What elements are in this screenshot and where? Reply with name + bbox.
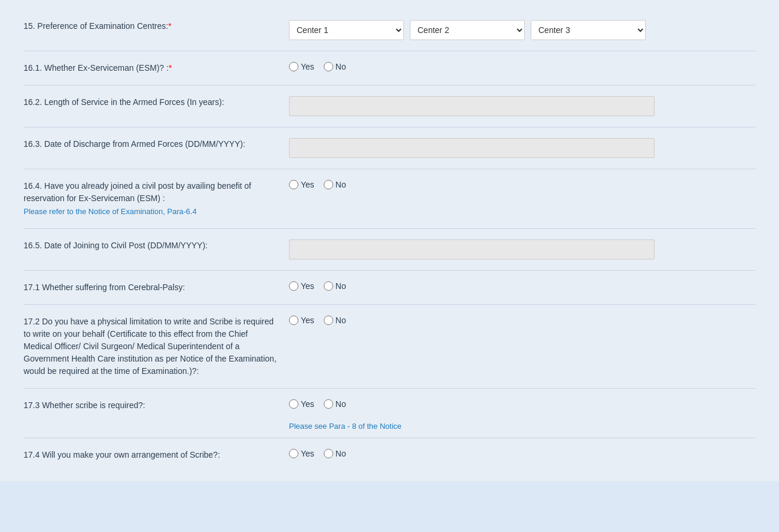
- q17-1-yes-radio[interactable]: [289, 281, 298, 291]
- para8-link-area: Please see Para - 8 of the Notice: [289, 421, 755, 431]
- q17-4-row: 17.4 Will you make your own arrangement …: [24, 441, 755, 469]
- q17-4-yes-radio[interactable]: [289, 449, 298, 458]
- q16-3-label: 16.3. Date of Discharge from Armed Force…: [24, 138, 289, 150]
- divider-9: [24, 438, 755, 438]
- q17-3-label-text: 17.3 Whether scribe is required?:: [24, 399, 277, 412]
- q17-4-no-text: No: [336, 449, 346, 458]
- q17-1-yes-label[interactable]: Yes: [289, 281, 314, 291]
- q16-5-label: 16.5. Date of Joining to Civil Post (DD/…: [24, 239, 289, 252]
- q16-1-required-star: *: [169, 63, 172, 73]
- q17-1-no-label[interactable]: No: [324, 281, 346, 291]
- q17-3-row: 17.3 Whether scribe is required?: Yes No: [24, 391, 755, 420]
- q16-4-label-text: 16.4. Have you already joined a civil po…: [24, 180, 277, 205]
- q17-1-control: Yes No: [289, 281, 755, 291]
- q17-1-label: 17.1 Whether suffering from Cerebral-Pal…: [24, 281, 289, 294]
- q17-2-row: 17.2 Do you have a physical limitation t…: [24, 307, 755, 386]
- q15-required-star: *: [168, 21, 171, 31]
- q16-3-row: 16.3. Date of Discharge from Armed Force…: [24, 130, 755, 166]
- q16-2-label: 16.2. Length of Service in the Armed For…: [24, 96, 289, 109]
- q15-control: Center 1 Center 2 Center 3: [289, 20, 755, 40]
- q17-2-no-text: No: [336, 316, 346, 325]
- q16-4-row: 16.4. Have you already joined a civil po…: [24, 172, 755, 226]
- q16-2-control: [289, 96, 755, 116]
- q16-5-label-text: 16.5. Date of Joining to Civil Post (DD/…: [24, 241, 208, 250]
- q17-2-label: 17.2 Do you have a physical limitation t…: [24, 316, 289, 377]
- q16-1-yes-radio[interactable]: [289, 62, 298, 71]
- divider-8: [24, 388, 755, 389]
- q17-2-yes-text: Yes: [301, 316, 314, 325]
- divider-5: [24, 228, 755, 229]
- q17-3-label: 17.3 Whether scribe is required?:: [24, 399, 289, 412]
- q15-center1-select[interactable]: Center 1: [289, 20, 404, 40]
- form-container: 15. Preference of Examination Centres:* …: [0, 0, 779, 481]
- q15-dropdown-group: Center 1 Center 2 Center 3: [289, 20, 646, 40]
- q17-2-control: Yes No: [289, 316, 755, 325]
- q16-5-control: [289, 239, 755, 260]
- q16-1-row: 16.1. Whether Ex-Serviceman (ESM)? :* Ye…: [24, 54, 755, 83]
- para8-link[interactable]: Please see Para - 8 of the Notice: [289, 422, 402, 431]
- q17-3-yes-radio[interactable]: [289, 399, 298, 409]
- q17-4-control: Yes No: [289, 449, 755, 458]
- q17-1-row: 17.1 Whether suffering from Cerebral-Pal…: [24, 273, 755, 302]
- q16-2-label-text: 16.2. Length of Service in the Armed For…: [24, 97, 224, 107]
- q16-1-no-text: No: [336, 62, 346, 71]
- divider-6: [24, 270, 755, 271]
- q17-3-yes-label[interactable]: Yes: [289, 399, 314, 409]
- q15-center3-select[interactable]: Center 3: [531, 20, 646, 40]
- q16-1-radio-group: Yes No: [289, 62, 346, 71]
- q17-4-label-text: 17.4 Will you make your own arrangement …: [24, 450, 220, 459]
- q17-3-no-text: No: [336, 399, 346, 409]
- q16-4-no-label[interactable]: No: [324, 180, 346, 189]
- q17-4-yes-label[interactable]: Yes: [289, 449, 314, 458]
- para8-row: Please see Para - 8 of the Notice: [24, 420, 755, 435]
- q17-3-yes-text: Yes: [301, 399, 314, 409]
- q17-2-label-text: 17.2 Do you have a physical limitation t…: [24, 317, 277, 376]
- q17-2-radio-group: Yes No: [289, 316, 346, 325]
- q15-label-text: 15. Preference of Examination Centres:: [24, 21, 168, 31]
- q17-3-radio-group: Yes No: [289, 399, 346, 409]
- divider-7: [24, 304, 755, 305]
- q17-2-yes-radio[interactable]: [289, 316, 298, 325]
- q17-3-no-radio[interactable]: [324, 399, 333, 409]
- q17-2-no-radio[interactable]: [324, 316, 333, 325]
- q16-4-yes-label[interactable]: Yes: [289, 180, 314, 189]
- q16-1-yes-text: Yes: [301, 62, 314, 71]
- q17-4-no-radio[interactable]: [324, 449, 333, 458]
- q16-1-no-label[interactable]: No: [324, 62, 346, 71]
- q15-center2-select[interactable]: Center 2: [410, 20, 525, 40]
- q15-row: 15. Preference of Examination Centres:* …: [24, 12, 755, 48]
- q16-4-yes-radio[interactable]: [289, 180, 298, 189]
- divider-4: [24, 169, 755, 169]
- q16-1-yes-label[interactable]: Yes: [289, 62, 314, 71]
- q17-1-yes-text: Yes: [301, 281, 314, 291]
- q17-4-yes-text: Yes: [301, 449, 314, 458]
- divider-3: [24, 127, 755, 127]
- q16-4-no-text: No: [336, 180, 346, 189]
- q16-4-radio-group: Yes No: [289, 180, 346, 189]
- q16-1-no-radio[interactable]: [324, 62, 333, 71]
- q16-5-input[interactable]: [289, 239, 655, 260]
- q17-1-no-radio[interactable]: [324, 281, 333, 291]
- q16-2-row: 16.2. Length of Service in the Armed For…: [24, 88, 755, 124]
- q17-3-no-label[interactable]: No: [324, 399, 346, 409]
- q16-4-link[interactable]: Please refer to the Notice of Examinatio…: [24, 206, 277, 218]
- q16-3-input[interactable]: [289, 138, 655, 158]
- q17-2-no-label[interactable]: No: [324, 316, 346, 325]
- q17-4-radio-group: Yes No: [289, 449, 346, 458]
- q16-1-control: Yes No: [289, 62, 755, 71]
- q16-1-label: 16.1. Whether Ex-Serviceman (ESM)? :*: [24, 62, 289, 74]
- q16-3-label-text: 16.3. Date of Discharge from Armed Force…: [24, 139, 245, 149]
- q16-1-label-text: 16.1. Whether Ex-Serviceman (ESM)? :: [24, 63, 169, 73]
- q16-4-yes-text: Yes: [301, 180, 314, 189]
- q17-2-yes-label[interactable]: Yes: [289, 316, 314, 325]
- q17-4-no-label[interactable]: No: [324, 449, 346, 458]
- q16-5-row: 16.5. Date of Joining to Civil Post (DD/…: [24, 231, 755, 268]
- q17-1-no-text: No: [336, 281, 346, 291]
- q17-1-radio-group: Yes No: [289, 281, 346, 291]
- q15-label: 15. Preference of Examination Centres:*: [24, 20, 289, 32]
- q17-1-label-text: 17.1 Whether suffering from Cerebral-Pal…: [24, 283, 185, 292]
- q17-3-control: Yes No: [289, 399, 755, 409]
- divider-2: [24, 85, 755, 86]
- q16-4-no-radio[interactable]: [324, 180, 333, 189]
- q16-2-input[interactable]: [289, 96, 655, 116]
